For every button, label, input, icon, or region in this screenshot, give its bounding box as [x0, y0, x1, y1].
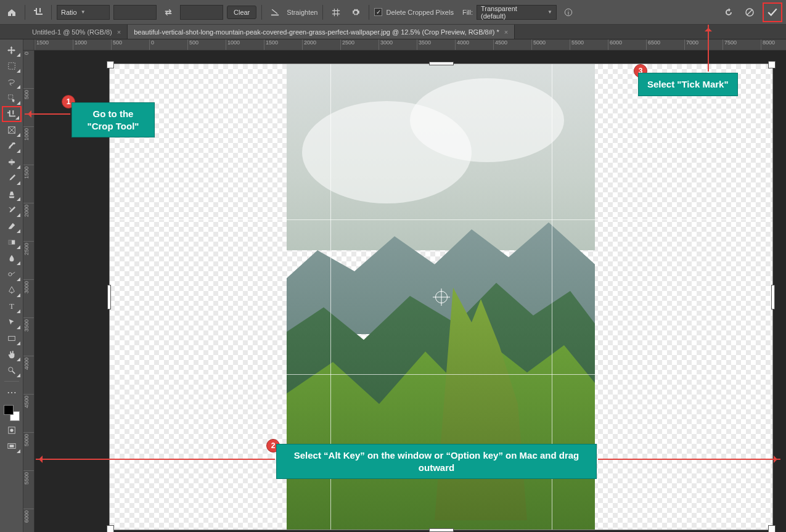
svg-line-3	[747, 10, 752, 15]
eyedropper-tool[interactable]	[2, 138, 22, 154]
commit-crop-highlight	[763, 2, 782, 22]
zoom-tool[interactable]	[2, 362, 22, 379]
svg-rect-5	[8, 95, 12, 99]
arrow-drag-left	[36, 459, 275, 460]
eraser-tool[interactable]	[2, 218, 22, 234]
tools-panel: T ⋯	[0, 39, 23, 532]
document-tab[interactable]: Untitled-1 @ 50% (RGB/8) ×	[26, 25, 128, 39]
clear-button-label: Clear	[234, 9, 250, 16]
clone-stamp-tool[interactable]	[2, 186, 22, 202]
pen-tool[interactable]	[2, 282, 22, 298]
close-icon[interactable]: ×	[504, 28, 508, 36]
ruler-origin[interactable]	[23, 39, 35, 51]
crop-width-input[interactable]	[113, 5, 157, 20]
delete-cropped-label: Delete Cropped Pixels	[386, 9, 453, 16]
commit-crop-checkmark-icon[interactable]	[765, 4, 780, 20]
rectangle-tool[interactable]	[2, 330, 22, 346]
home-icon[interactable]	[4, 4, 20, 20]
svg-rect-21	[9, 444, 14, 447]
crop-handle-top-left[interactable]	[107, 61, 114, 68]
aspect-ratio-label: Ratio	[61, 9, 77, 16]
aspect-ratio-dropdown[interactable]: Ratio ▼	[57, 5, 110, 20]
callout-3: Select "Tick Mark"	[638, 73, 738, 96]
reset-crop-icon[interactable]	[721, 4, 737, 20]
svg-text:T: T	[9, 302, 14, 311]
fill-label: Fill:	[462, 9, 473, 16]
close-icon[interactable]: ×	[117, 28, 121, 36]
overlay-grid-icon[interactable]	[328, 4, 344, 20]
tab-title: beautiful-vertical-shot-long-mountain-pe…	[134, 28, 499, 36]
gradient-tool[interactable]	[2, 234, 22, 250]
callout-2: Select “Alt Key” on the window or “Optio…	[276, 444, 597, 479]
crop-handle-bottom-left[interactable]	[107, 525, 114, 532]
crop-height-input[interactable]	[180, 5, 223, 20]
crop-center-indicator	[435, 291, 448, 303]
document-tabs: Untitled-1 @ 50% (RGB/8) × beautiful-ver…	[0, 25, 786, 39]
move-tool[interactable]	[2, 42, 22, 58]
commit-controls	[721, 2, 782, 22]
history-brush-tool[interactable]	[2, 202, 22, 218]
svg-line-17	[12, 371, 14, 374]
clear-button[interactable]: Clear	[227, 6, 256, 19]
fill-dropdown-value: Transparent (default)	[481, 5, 544, 20]
callout-1-line2: "Crop Tool"	[81, 120, 145, 133]
callout-1-line1: Go to the	[81, 108, 145, 120]
path-select-tool[interactable]	[2, 314, 22, 330]
crop-handle-top-right[interactable]	[768, 61, 776, 68]
chevron-down-icon: ▼	[81, 9, 86, 15]
cancel-crop-icon[interactable]	[742, 4, 758, 20]
swap-dimensions-icon[interactable]	[160, 4, 176, 20]
callout-3-text: Select "Tick Mark"	[647, 79, 729, 89]
crop-handle-bottom[interactable]	[429, 528, 454, 532]
dodge-tool[interactable]	[2, 266, 22, 282]
brush-tool[interactable]	[2, 170, 22, 186]
svg-point-19	[10, 428, 13, 432]
straighten-label: Straighten	[287, 9, 317, 16]
healing-brush-tool[interactable]	[2, 154, 22, 170]
lasso-tool[interactable]	[2, 74, 22, 90]
svg-text:i: i	[568, 9, 569, 15]
color-swatches[interactable]	[2, 404, 21, 422]
tab-title: Untitled-1 @ 50% (RGB/8)	[32, 28, 112, 36]
artboard-tool[interactable]	[2, 58, 22, 74]
svg-point-13	[8, 272, 11, 276]
callout-1: Go to the "Crop Tool"	[72, 102, 155, 137]
crop-options-bar: Ratio ▼ Clear Straighten ✓ Delete Croppe…	[0, 0, 786, 25]
type-tool[interactable]: T	[2, 298, 22, 314]
document-tab[interactable]: beautiful-vertical-shot-long-mountain-pe…	[128, 25, 515, 39]
crop-tool-icon[interactable]	[30, 4, 46, 20]
settings-gear-icon[interactable]	[348, 4, 364, 20]
quick-select-tool[interactable]	[2, 90, 22, 106]
info-icon[interactable]: i	[560, 4, 576, 20]
arrow-drag-right	[598, 459, 780, 460]
foreground-color-swatch[interactable]	[4, 405, 14, 415]
horizontal-ruler: 1500100050005001000150020002500300035004…	[35, 39, 786, 51]
svg-rect-15	[8, 337, 15, 341]
straighten-icon[interactable]	[267, 4, 283, 20]
svg-rect-12	[8, 240, 11, 245]
delete-cropped-checkbox[interactable]: ✓	[374, 8, 382, 16]
frame-tool[interactable]	[2, 122, 22, 138]
arrow-to-tick	[708, 25, 709, 72]
svg-rect-10	[10, 159, 13, 166]
chevron-down-icon: ▼	[547, 9, 552, 15]
screen-mode-icon[interactable]	[2, 438, 22, 454]
callout-2-text: Select “Alt Key” on the window or “Optio…	[294, 450, 579, 473]
arrow-to-crop-tool	[25, 113, 70, 115]
fill-dropdown[interactable]: Transparent (default) ▼	[477, 5, 557, 20]
svg-rect-4	[8, 63, 15, 70]
hand-tool[interactable]	[2, 346, 22, 362]
crop-handle-bottom-right[interactable]	[768, 525, 776, 532]
crop-tool[interactable]	[2, 106, 22, 122]
edit-toolbar-icon[interactable]: ⋯	[2, 384, 22, 400]
crop-handle-left[interactable]	[107, 285, 111, 309]
crop-handle-right[interactable]	[771, 285, 775, 309]
svg-point-16	[8, 367, 12, 372]
blur-tool[interactable]	[2, 250, 22, 266]
vertical-ruler: 0500100015002000250030003500400045005000…	[23, 51, 35, 532]
crop-handle-top[interactable]	[429, 62, 454, 65]
quick-mask-icon[interactable]	[2, 422, 22, 438]
